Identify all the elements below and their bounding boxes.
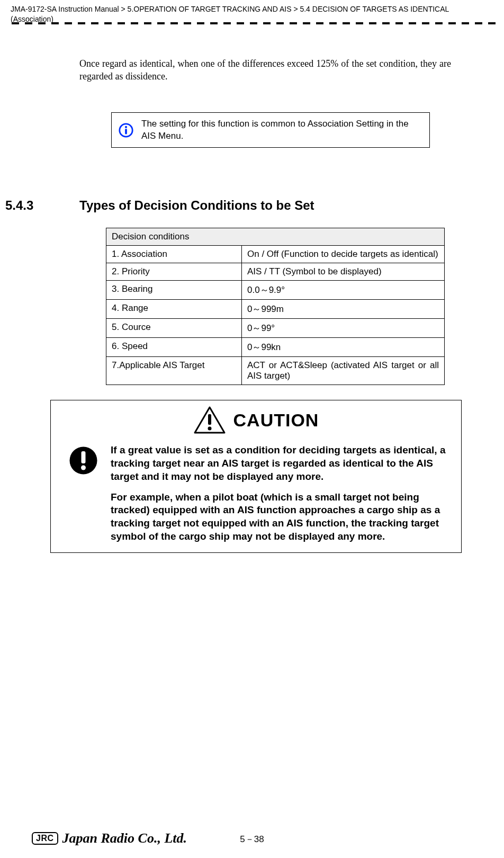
warning-triangle-icon xyxy=(193,406,226,434)
caution-header: CAUTION xyxy=(58,406,454,434)
svg-rect-4 xyxy=(208,414,211,425)
info-text: The setting for this function is common … xyxy=(141,118,423,142)
info-box: The setting for this function is common … xyxy=(111,112,430,148)
table-body: 1. AssociationOn / Off (Function to deci… xyxy=(106,246,445,385)
exclamation-circle-icon xyxy=(69,446,98,475)
table-cell-label: 7.Applicable AIS Target xyxy=(106,357,242,385)
svg-rect-2 xyxy=(125,129,127,134)
table-cell-value: 0～999m xyxy=(242,300,445,319)
caution-paragraph: For example, when a pilot boat (which is… xyxy=(111,491,454,543)
caution-paragraph: If a great value is set as a condition f… xyxy=(111,444,454,483)
svg-rect-7 xyxy=(82,451,86,463)
caution-box: CAUTION If a great value is set as a con… xyxy=(50,400,462,553)
body-paragraph: Once regard as identical, when one of th… xyxy=(79,57,451,83)
decision-conditions-table: Decision conditions 1. AssociationOn / O… xyxy=(106,228,445,385)
table-cell-label: 6. Speed xyxy=(106,338,242,357)
svg-point-8 xyxy=(81,466,86,470)
page-number: 5－38 xyxy=(0,833,504,845)
table-cell-value: On / Off (Function to decide targets as … xyxy=(242,246,445,263)
section-number: 5.4.3 xyxy=(5,198,58,213)
table-cell-value: 0.0～9.9° xyxy=(242,281,445,300)
page-footer: JRC Japan Radio Co., Ltd. 5－38 xyxy=(0,826,504,847)
table-row: 1. AssociationOn / Off (Function to deci… xyxy=(106,246,445,263)
caution-label: CAUTION xyxy=(233,410,319,430)
table-cell-label: 4. Range xyxy=(106,300,242,319)
table-row: 5. Cource0～99° xyxy=(106,319,445,338)
table-cell-label: 1. Association xyxy=(106,246,242,263)
table-row: 2. PriorityAIS / TT (Symbol to be displa… xyxy=(106,263,445,281)
table-cell-label: 5. Cource xyxy=(106,319,242,338)
caution-text: If a great value is set as a condition f… xyxy=(111,444,454,543)
breadcrumb: JMA-9172-SA Instruction Manual > 5.OPERA… xyxy=(11,4,493,24)
svg-point-5 xyxy=(208,427,211,431)
table-row: 7.Applicable AIS TargetACT or ACT&Sleep … xyxy=(106,357,445,385)
table-cell-value: AIS / TT (Symbol to be displayed) xyxy=(242,263,445,281)
table-cell-value: ACT or ACT&Sleep (activated AIS target o… xyxy=(242,357,445,385)
table-row: 4. Range0～999m xyxy=(106,300,445,319)
table-cell-label: 2. Priority xyxy=(106,263,242,281)
page-content: Once regard as identical, when one of th… xyxy=(0,48,504,821)
svg-point-1 xyxy=(125,126,127,128)
info-icon xyxy=(118,122,134,138)
table-row: 6. Speed0～99kn xyxy=(106,338,445,357)
table-cell-label: 3. Bearing xyxy=(106,281,242,300)
table-cell-value: 0～99° xyxy=(242,319,445,338)
section-heading: 5.4.3 Types of Decision Conditions to be… xyxy=(5,198,451,213)
table-cell-value: 0～99kn xyxy=(242,338,445,357)
section-title: Types of Decision Conditions to be Set xyxy=(79,198,314,213)
table-row: 3. Bearing0.0～9.9° xyxy=(106,281,445,300)
header-divider xyxy=(12,22,498,24)
table-header-cell: Decision conditions xyxy=(106,228,445,246)
